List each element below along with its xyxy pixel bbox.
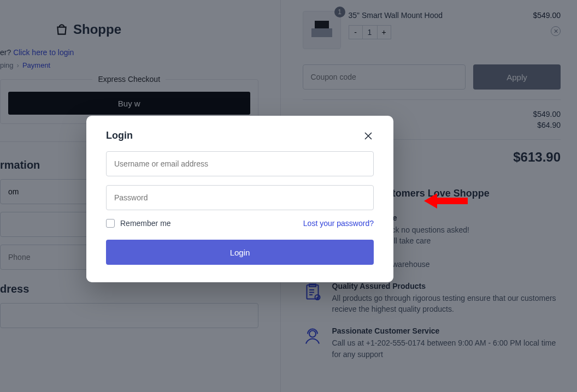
password-input[interactable] [107,186,373,210]
close-button[interactable] [363,130,374,141]
modal-title: Login [106,130,133,141]
login-modal: Login Remember me Lost your password? Lo… [86,116,393,282]
checkbox-icon [106,219,115,228]
lost-password-link[interactable]: Lost your password? [303,219,374,228]
close-icon [364,132,373,140]
username-field[interactable] [106,151,374,176]
remember-me-label: Remember me [120,219,171,228]
password-field[interactable] [106,185,374,210]
login-submit-button[interactable]: Login [106,240,374,265]
username-input[interactable] [107,152,373,176]
remember-me-checkbox[interactable]: Remember me [106,219,171,228]
